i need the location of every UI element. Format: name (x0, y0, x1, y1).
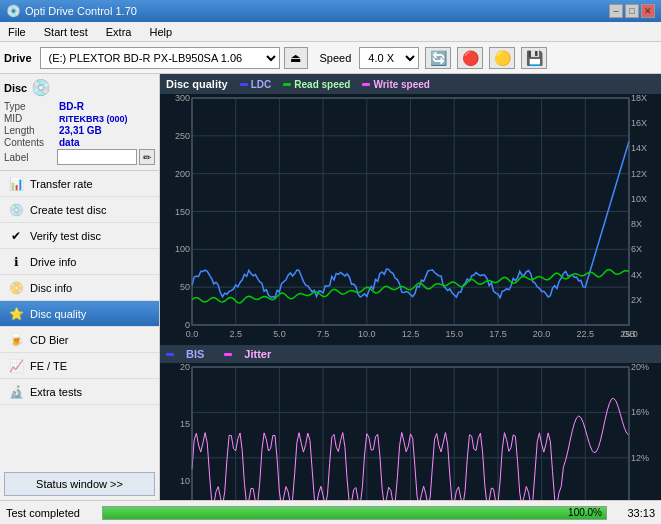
nav-disc-info[interactable]: 📀 Disc info (0, 275, 159, 301)
time-display: 33:13 (615, 507, 655, 519)
nav-drive-info[interactable]: ℹ Drive info (0, 249, 159, 275)
disc-info-label: Disc info (30, 282, 72, 294)
extra-tests-icon: 🔬 (8, 384, 24, 400)
app-title: Opti Drive Control 1.70 (25, 5, 137, 17)
length-value: 23,31 GB (59, 125, 102, 136)
status-bar: Test completed 100.0% 33:13 (0, 500, 661, 524)
disc-info-icon: 📀 (8, 280, 24, 296)
right-panel: Disc quality LDC Read speed Write speed (160, 74, 661, 500)
transfer-rate-icon: 📊 (8, 176, 24, 192)
progress-bar: 100.0% (102, 506, 607, 520)
nav-extra-tests[interactable]: 🔬 Extra tests (0, 379, 159, 405)
minimize-button[interactable]: – (609, 4, 623, 18)
type-value: BD-R (59, 101, 84, 112)
bis-legend-dot (166, 353, 174, 356)
create-test-disc-icon: 💿 (8, 202, 24, 218)
write-speed-legend-label: Write speed (373, 79, 430, 90)
length-label: Length (4, 125, 59, 136)
left-panel: Disc 💿 Type BD-R MID RITEKBR3 (000) Leng… (0, 74, 160, 500)
speed-select[interactable]: 4.0 X (359, 47, 419, 69)
contents-value: data (59, 137, 80, 148)
toolbar: Drive (E:) PLEXTOR BD-R PX-LB950SA 1.06 … (0, 42, 661, 74)
close-button[interactable]: ✕ (641, 4, 655, 18)
ldc-legend-dot (240, 83, 248, 86)
nav-disc-quality[interactable]: ⭐ Disc quality (0, 301, 159, 327)
drive-label: Drive (4, 52, 32, 64)
menu-help[interactable]: Help (145, 24, 176, 40)
progress-fill (103, 507, 606, 519)
write-speed-legend-dot (362, 83, 370, 86)
cd-bier-icon: 🍺 (8, 332, 24, 348)
status-window-button[interactable]: Status window >> (4, 472, 155, 496)
refresh-button[interactable]: 🔄 (425, 47, 451, 69)
mid-value: RITEKBR3 (000) (59, 114, 128, 124)
disc-quality-label: Disc quality (30, 308, 86, 320)
upper-chart (160, 94, 661, 345)
menu-file[interactable]: File (4, 24, 30, 40)
nav-transfer-rate[interactable]: 📊 Transfer rate (0, 171, 159, 197)
status-text: Test completed (6, 507, 86, 519)
drive-info-icon: ℹ (8, 254, 24, 270)
menu-extra[interactable]: Extra (102, 24, 136, 40)
cd-bier-label: CD Bier (30, 334, 69, 346)
jitter-legend-label: Jitter (244, 348, 271, 360)
mid-label: MID (4, 113, 59, 124)
settings-button[interactable]: 🔴 (457, 47, 483, 69)
chart-title: Disc quality (166, 78, 228, 90)
upper-chart-canvas (160, 94, 661, 345)
bis-legend-label: BIS (186, 348, 204, 360)
disc-label-input[interactable] (57, 149, 137, 165)
eject-button[interactable]: ⏏ (284, 47, 308, 69)
disc-quality-icon: ⭐ (8, 306, 24, 322)
disc-label-label: Label (4, 152, 57, 163)
title-bar: 💿 Opti Drive Control 1.70 – □ ✕ (0, 0, 661, 22)
nav-verify-test-disc[interactable]: ✔ Verify test disc (0, 223, 159, 249)
disc-label-edit-button[interactable]: ✏ (139, 149, 155, 165)
progress-text: 100.0% (568, 507, 602, 519)
read-speed-legend-label: Read speed (294, 79, 350, 90)
extra-tests-label: Extra tests (30, 386, 82, 398)
save-button[interactable]: 💾 (521, 47, 547, 69)
drive-info-label: Drive info (30, 256, 76, 268)
menu-start-test[interactable]: Start test (40, 24, 92, 40)
disc-section-label: Disc (4, 82, 27, 94)
disc-icon: 💿 (31, 78, 51, 97)
chart-header: Disc quality LDC Read speed Write speed (160, 74, 661, 94)
speed-label: Speed (320, 52, 352, 64)
lower-chart (160, 363, 661, 500)
options-button[interactable]: 🟡 (489, 47, 515, 69)
nav-create-test-disc[interactable]: 💿 Create test disc (0, 197, 159, 223)
lower-chart-canvas (160, 363, 661, 500)
type-label: Type (4, 101, 59, 112)
fe-te-icon: 📈 (8, 358, 24, 374)
app-icon: 💿 (6, 4, 21, 18)
create-test-disc-label: Create test disc (30, 204, 106, 216)
read-speed-legend-dot (283, 83, 291, 86)
ldc-legend-label: LDC (251, 79, 272, 90)
nav-cd-bier[interactable]: 🍺 CD Bier (0, 327, 159, 353)
drive-select[interactable]: (E:) PLEXTOR BD-R PX-LB950SA 1.06 (40, 47, 280, 69)
transfer-rate-label: Transfer rate (30, 178, 93, 190)
lower-chart-header: BIS Jitter (160, 345, 661, 363)
menu-bar: File Start test Extra Help (0, 22, 661, 42)
nav-fe-te[interactable]: 📈 FE / TE (0, 353, 159, 379)
contents-label: Contents (4, 137, 59, 148)
fe-te-label: FE / TE (30, 360, 67, 372)
maximize-button[interactable]: □ (625, 4, 639, 18)
verify-test-disc-icon: ✔ (8, 228, 24, 244)
jitter-legend-dot (224, 353, 232, 356)
verify-test-disc-label: Verify test disc (30, 230, 101, 242)
